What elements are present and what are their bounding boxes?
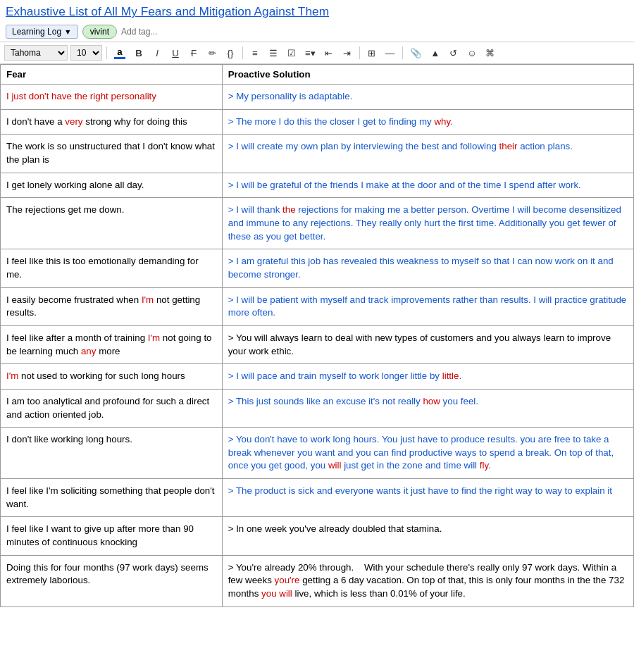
font-color-button[interactable]: a: [111, 45, 128, 61]
table-row: I feel like this is too emotionally dema…: [1, 249, 634, 287]
table-row: I don't like working long hours.> You do…: [1, 428, 634, 479]
attachment-button[interactable]: 📎: [407, 46, 425, 60]
checklist-button[interactable]: ☑: [284, 46, 299, 60]
table-row: I feel like I want to give up after more…: [1, 517, 634, 555]
toolbar-separator-2: [242, 46, 243, 59]
dropdown-arrow-icon: ▼: [64, 27, 72, 36]
solution-cell: > You will always learn to deal with new…: [222, 325, 633, 363]
table-row: The work is so unstructured that I don't…: [1, 135, 634, 173]
page-title: Exhaustive List of All My Fears and Miti…: [0, 0, 634, 22]
code-button[interactable]: {}: [223, 46, 238, 60]
solution-cell: > I am grateful this job has revealed th…: [222, 249, 633, 287]
table-row: I feel like after a month of training I'…: [1, 325, 634, 363]
shortcut-button[interactable]: ⌘: [483, 46, 498, 60]
toolbar-separator-4: [402, 46, 403, 59]
solution-cell: > I will be patient with myself and trac…: [222, 287, 633, 325]
table-row: I don't have a very strong why for doing…: [1, 109, 634, 135]
table-row: I am too analytical and profound for suc…: [1, 389, 634, 427]
indent-increase-button[interactable]: ⇥: [340, 46, 355, 60]
table-row: Doing this for four months (97 work days…: [1, 555, 634, 606]
undo-button[interactable]: ↺: [446, 46, 461, 60]
fears-table: Fear Proactive Solution I just don't hav…: [0, 64, 634, 607]
align-button[interactable]: ≡▾: [302, 46, 318, 60]
solution-cell: > This just sounds like an excuse it's n…: [222, 389, 633, 427]
italic-button[interactable]: I: [149, 46, 165, 60]
solution-cell: > I will be grateful of the friends I ma…: [222, 173, 633, 198]
fear-cell: I easily become frustrated when I'm not …: [1, 287, 223, 325]
solution-cell: > You're already 20% through. With your …: [222, 555, 633, 606]
solution-cell: > I will thank the rejections for making…: [222, 198, 633, 249]
fear-cell: I feel like I'm soliciting something tha…: [1, 479, 223, 517]
toolbar: Tahoma 10 a B I U F ✏ {} ≡ ☰ ☑ ≡▾ ⇤ ⇥ ⊞ …: [0, 42, 634, 64]
fear-cell: I just don't have the right personality: [1, 85, 223, 110]
font-color-letter: a: [117, 46, 122, 57]
table-row: I'm not used to working for such long ho…: [1, 364, 634, 390]
table-row: I get lonely working alone all day.> I w…: [1, 173, 634, 198]
fear-cell: The rejections get me down.: [1, 198, 223, 249]
bold-button[interactable]: B: [131, 46, 147, 60]
fear-cell: I feel like this is too emotionally dema…: [1, 249, 223, 287]
solution-cell: > I will create my own plan by interview…: [222, 135, 633, 173]
add-tag-button[interactable]: Add tag...: [121, 27, 157, 37]
strikethrough-button[interactable]: F: [186, 46, 201, 60]
font-size-select[interactable]: 10: [70, 45, 102, 61]
table-row: I feel like I'm soliciting something tha…: [1, 479, 634, 517]
fear-cell: I'm not used to working for such long ho…: [1, 364, 223, 390]
solution-cell: > The more I do this the closer I get to…: [222, 109, 633, 135]
col-header-solution: Proactive Solution: [222, 65, 633, 85]
fear-cell: The work is so unstructured that I don't…: [1, 135, 223, 173]
toolbar-separator-1: [106, 46, 107, 59]
table-row: I easily become frustrated when I'm not …: [1, 287, 634, 325]
unordered-list-button[interactable]: ≡: [247, 46, 263, 60]
emoji-button[interactable]: ☺: [464, 46, 480, 60]
fear-cell: I feel like I want to give up after more…: [1, 517, 223, 555]
fear-cell: Doing this for four months (97 work days…: [1, 555, 223, 606]
solution-cell: > You don't have to work long hours. You…: [222, 428, 633, 479]
indent-decrease-button[interactable]: ⇤: [321, 46, 337, 60]
table-button[interactable]: ⊞: [364, 46, 380, 60]
learning-log-label: Learning Log: [12, 27, 61, 37]
toolbar-separator-3: [359, 46, 360, 59]
fear-cell: I am too analytical and profound for suc…: [1, 389, 223, 427]
fear-cell: I get lonely working alone all day.: [1, 173, 223, 198]
fear-cell: I feel like after a month of training I'…: [1, 325, 223, 363]
learning-log-tag[interactable]: Learning Log ▼: [6, 25, 78, 39]
solution-cell: > My personality is adaptable.: [222, 85, 633, 110]
tags-bar: Learning Log ▼ vivint Add tag...: [0, 22, 634, 42]
solution-cell: > In one week you've already doubled tha…: [222, 517, 633, 555]
fear-cell: I don't like working long hours.: [1, 428, 223, 479]
highlight-button[interactable]: ✏: [204, 46, 220, 60]
vivint-tag[interactable]: vivint: [82, 25, 117, 39]
font-color-bar: [114, 57, 125, 59]
underline-button[interactable]: U: [168, 46, 183, 60]
table-row: The rejections get me down.> I will than…: [1, 198, 634, 249]
hr-button[interactable]: —: [383, 46, 398, 60]
ordered-list-button[interactable]: ☰: [266, 46, 281, 60]
solution-cell: > I will pace and train myself to work l…: [222, 364, 633, 390]
fear-cell: I don't have a very strong why for doing…: [1, 109, 223, 135]
solution-cell: > The product is sick and everyone wants…: [222, 479, 633, 517]
vivint-label: vivint: [90, 27, 109, 37]
table-row: I just don't have the right personality>…: [1, 85, 634, 110]
col-header-fear: Fear: [1, 65, 223, 85]
image-button[interactable]: ▲: [428, 46, 443, 60]
font-family-select[interactable]: Tahoma: [4, 45, 68, 61]
